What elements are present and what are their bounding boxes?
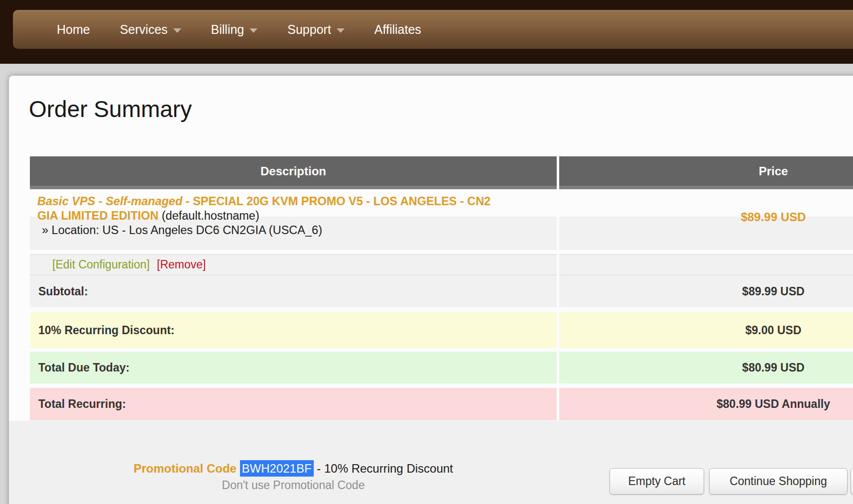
description-header: Description [260,164,326,178]
nav-item-label: Home [57,22,90,37]
promo-label: Promotional Code [133,462,237,475]
subtotal-value-cell: $89.99 USD [559,275,853,307]
continue-shopping-button[interactable]: Continue Shopping [709,468,848,495]
nav-item-affiliates[interactable]: Affiliates [360,10,436,49]
product-hostname: (default.hostname) [158,209,259,222]
nav-item-label: Billing [211,22,244,37]
subtotal-label-cell: Subtotal: [30,275,557,307]
description-header-cell: Description [30,156,557,189]
promo-line: Promotional Code BWH2021BF - 10% Recurri… [30,462,557,476]
chevron-down-icon [249,28,257,33]
page: Home Services Billing Support Affiliates [0,0,853,504]
product-location: » Location: US - Los Angeles DC6 CN2GIA … [37,223,505,238]
page-title: Order Summary [29,96,192,123]
main-navbar: Home Services Billing Support Affiliates [13,10,853,49]
total-recurring-label-cell: Total Recurring: [30,388,557,420]
product-description: Basic VPS - Self-managed - SPECIAL 20G K… [30,189,505,238]
total-recurring-row: Total Recurring: $80.99 USD Annually [30,388,853,420]
top-bar: Home Services Billing Support Affiliates [0,0,853,64]
edit-row: [Edit Configuration] [Remove] [30,254,853,275]
edit-links-cell: [Edit Configuration] [Remove] [30,254,557,275]
discount-value-cell: $9.00 USD [559,312,853,348]
discount-label: 10% Recurring Discount: [30,324,175,337]
edit-row-price-cell [559,254,853,275]
total-due-label-cell: Total Due Today: [30,352,557,383]
promo-note: - 10% Recurring Discount [314,462,453,475]
nav-item-support[interactable]: Support [272,10,360,49]
nav-item-label: Support [287,22,331,37]
promo-block: Promotional Code BWH2021BF - 10% Recurri… [30,462,557,492]
total-due-label: Total Due Today: [30,361,129,375]
discount-value: $9.00 USD [745,324,802,337]
nav-item-label: Affiliates [374,22,421,37]
chevron-down-icon [173,28,181,33]
edit-configuration-link[interactable]: [Edit Configuration] [52,258,150,271]
nav-item-label: Services [120,22,168,37]
product-name: Basic VPS - Self-managed [37,195,182,208]
cart-table: Description Price Basic VPS - Self-manag… [30,156,853,420]
total-recurring-value-cell: $80.99 USD Annually [559,388,853,420]
nav-item-home[interactable]: Home [42,10,105,49]
product-price-cell: $89.99 USD [559,189,853,250]
empty-cart-button[interactable]: Empty Cart [609,468,704,495]
price-header: Price [759,164,788,178]
nav-list: Home Services Billing Support Affiliates [13,10,853,49]
total-due-value: $80.99 USD [742,361,804,375]
total-due-value-cell: $80.99 USD [559,352,853,383]
discount-row: 10% Recurring Discount: $9.00 USD [30,312,853,348]
cart-footer: Promotional Code BWH2021BF - 10% Recurri… [9,421,853,504]
subtotal-value: $89.99 USD [742,285,804,298]
subtotal-row: Subtotal: $89.99 USD [30,275,853,307]
price-header-cell: Price [559,156,853,189]
discount-label-cell: 10% Recurring Discount: [30,312,557,348]
product-price: $89.99 USD [559,210,853,224]
product-row: Basic VPS - Self-managed - SPECIAL 20G K… [30,189,853,250]
product-description-cell: Basic VPS - Self-managed - SPECIAL 20G K… [30,189,557,250]
partial-cutoff-button[interactable] [851,468,853,495]
promo-code-selected: BWH2021BF [240,460,314,477]
total-due-row: Total Due Today: $80.99 USD [30,352,853,383]
nav-item-billing[interactable]: Billing [196,10,273,49]
chevron-down-icon [337,28,345,33]
content-background: Order Summary Description Price [0,64,853,504]
table-header-row: Description Price [30,156,853,189]
subtotal-label: Subtotal: [30,285,88,298]
remove-link[interactable]: [Remove] [157,258,206,271]
edit-links: [Edit Configuration] [Remove] [30,258,206,271]
order-summary-card: Order Summary Description Price [9,76,853,504]
remove-promo-link[interactable]: Don't use Promotional Code [30,479,557,492]
total-recurring-label: Total Recurring: [30,397,126,411]
nav-item-services[interactable]: Services [105,10,196,49]
total-recurring-value: $80.99 USD Annually [717,397,830,411]
